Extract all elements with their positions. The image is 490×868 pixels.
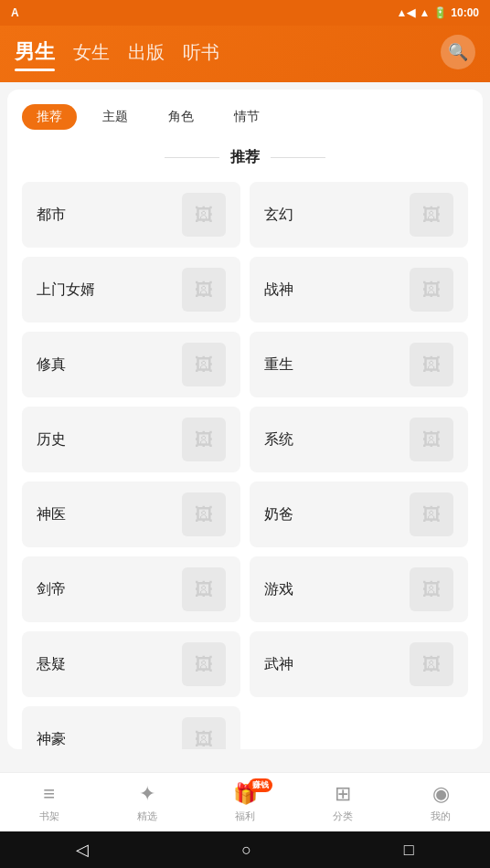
category-shenyi[interactable]: 神医 🖼 xyxy=(22,482,240,547)
search-button[interactable]: 🔍 xyxy=(441,35,475,69)
main-content: 推荐 主题 角色 情节 推荐 都市 🖼 玄幻 🖼 上门女婿 🖼 战神 🖼 修真 … xyxy=(7,90,483,749)
mine-icon: ◉ xyxy=(432,782,450,806)
nav-tab-publish[interactable]: 出版 xyxy=(128,40,165,65)
back-button[interactable]: ◁ xyxy=(76,840,89,860)
category-lishi[interactable]: 历史 🖼 xyxy=(22,407,240,472)
category-img: 🖼 xyxy=(410,193,453,237)
category-img: 🖼 xyxy=(410,418,453,461)
nav-tab-male[interactable]: 男生 xyxy=(15,38,55,66)
header: 男生 女生 出版 听书 🔍 xyxy=(0,26,490,82)
nav-mine[interactable]: ◉ 我的 xyxy=(392,773,490,831)
filter-recommend[interactable]: 推荐 xyxy=(22,104,77,130)
filter-role[interactable]: 角色 xyxy=(154,104,208,130)
battery-icon: 🔋 xyxy=(433,6,447,19)
filter-tabs: 推荐 主题 角色 情节 xyxy=(7,90,483,141)
category-wushen[interactable]: 武神 🖼 xyxy=(250,631,468,697)
featured-icon: ✦ xyxy=(139,782,155,806)
category-img: 🖼 xyxy=(410,642,453,686)
signal-icon: ▲◀ xyxy=(397,6,416,19)
bottom-nav: ≡ 书架 ✦ 精选 赚钱 🎁 福利 ⊞ 分类 ◉ 我的 xyxy=(0,772,490,831)
category-xiuzhen[interactable]: 修真 🖼 xyxy=(22,332,240,397)
category-img: 🖼 xyxy=(182,717,226,749)
category-xitong[interactable]: 系统 🖼 xyxy=(250,407,468,472)
category-img: 🖼 xyxy=(410,567,453,611)
nav-tabs: 男生 女生 出版 听书 xyxy=(15,38,219,66)
category-img: 🖼 xyxy=(182,343,226,386)
category-img: 🖼 xyxy=(410,268,453,312)
category-chongsheng[interactable]: 重生 🖼 xyxy=(250,332,468,397)
category-youxi[interactable]: 游戏 🖼 xyxy=(250,556,468,622)
category-icon: ⊞ xyxy=(335,782,351,806)
nav-tab-audio[interactable]: 听书 xyxy=(183,40,219,65)
category-img: 🖼 xyxy=(182,492,226,536)
category-img: 🖼 xyxy=(182,642,226,686)
app-icon: A xyxy=(11,6,19,19)
nav-featured[interactable]: ✦ 精选 xyxy=(98,773,196,831)
filter-theme[interactable]: 主题 xyxy=(88,104,143,130)
nav-tab-female[interactable]: 女生 xyxy=(73,40,110,65)
nav-category[interactable]: ⊞ 分类 xyxy=(294,773,392,831)
welfare-badge: 赚钱 xyxy=(249,778,272,792)
status-bar: A ▲◀ ▲ 🔋 10:00 xyxy=(0,0,490,26)
category-zhanshen[interactable]: 战神 🖼 xyxy=(250,257,468,323)
home-button[interactable]: ○ xyxy=(241,841,251,860)
category-xuanyi[interactable]: 悬疑 🖼 xyxy=(22,631,240,697)
category-shangmen[interactable]: 上门女婿 🖼 xyxy=(22,257,240,323)
nav-welfare[interactable]: 赚钱 🎁 福利 xyxy=(196,773,293,831)
wifi-icon: ▲ xyxy=(419,6,430,19)
category-img: 🖼 xyxy=(182,418,226,461)
nav-bookshelf[interactable]: ≡ 书架 xyxy=(0,773,98,831)
category-jiandi[interactable]: 剑帝 🖼 xyxy=(22,556,240,622)
category-img: 🖼 xyxy=(182,193,226,237)
android-nav-bar: ◁ ○ □ xyxy=(0,831,490,868)
category-dushi[interactable]: 都市 🖼 xyxy=(22,182,240,248)
category-naiba[interactable]: 奶爸 🖼 xyxy=(250,482,468,547)
search-icon: 🔍 xyxy=(448,42,468,62)
bookshelf-icon: ≡ xyxy=(43,782,55,806)
section-title: 推荐 xyxy=(7,141,483,182)
filter-plot[interactable]: 情节 xyxy=(219,104,274,130)
category-empty xyxy=(250,706,468,749)
category-img: 🖼 xyxy=(410,492,453,536)
category-img: 🖼 xyxy=(182,268,226,312)
status-right: ▲◀ ▲ 🔋 10:00 xyxy=(397,6,479,19)
time: 10:00 xyxy=(451,6,479,19)
category-img: 🖼 xyxy=(410,343,453,386)
category-img: 🖼 xyxy=(182,567,226,611)
category-shenhao[interactable]: 神豪 🖼 xyxy=(22,706,240,749)
category-grid: 都市 🖼 玄幻 🖼 上门女婿 🖼 战神 🖼 修真 🖼 重生 🖼 历史 🖼 系统 xyxy=(7,182,483,749)
recent-button[interactable]: □ xyxy=(404,841,414,860)
category-xuanhuan[interactable]: 玄幻 🖼 xyxy=(250,182,468,248)
